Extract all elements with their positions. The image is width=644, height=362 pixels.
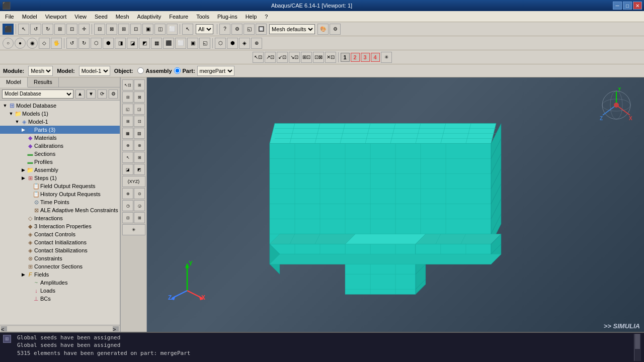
tree-item-models[interactable]: ▼ 📁 Models (1) [0, 110, 120, 118]
vtool-btn16[interactable]: ⊕ [122, 188, 133, 199]
tree-item-profiles[interactable]: ▬ Profiles [0, 158, 120, 166]
vtool-btn5[interactable]: ⊞ [122, 116, 133, 127]
toolbar2-circ3[interactable]: ◉ [27, 38, 38, 49]
tree-item-interactions[interactable]: ◇ Interactions [0, 214, 120, 222]
tree-item-fields[interactable]: ▶ F Fields [0, 270, 120, 279]
toolbar2-btn6[interactable]: ▦ [151, 38, 162, 49]
vtool-btn17[interactable]: ⊙ [134, 188, 145, 199]
toolbar2-btn14[interactable]: ⊕ [251, 38, 262, 49]
vtool-btn1[interactable]: ⊟ [122, 92, 133, 103]
toolbar-redo[interactable]: ↻ [42, 24, 53, 35]
num-btn-1[interactable]: 1 [341, 53, 350, 62]
viewport[interactable]: Y Z X [147, 77, 644, 332]
menu-file[interactable]: File [1, 11, 18, 22]
vtool-btn14[interactable]: ◩ [134, 164, 145, 175]
menu-seed[interactable]: Seed [91, 11, 112, 22]
console-scroll-thumb[interactable] [635, 334, 640, 349]
model-database-select[interactable]: Model Database [2, 89, 73, 99]
vtool-btn15[interactable]: (XYZ) [122, 176, 145, 187]
model-select[interactable]: Model-1 [79, 66, 110, 76]
vtool-btn6[interactable]: ⊡ [134, 116, 145, 127]
tab-model[interactable]: Model [0, 77, 28, 87]
module-select[interactable]: Mesh [28, 66, 53, 76]
tree-item-parts[interactable]: ▶ ⊡ Parts (3) [0, 126, 120, 134]
menu-tools[interactable]: Tools [192, 11, 213, 22]
vtool-select2[interactable]: ⊞ [134, 79, 145, 90]
menu-viewport[interactable]: Viewport [41, 11, 71, 22]
toolbar-color[interactable]: 🎨 [317, 24, 329, 35]
toolbar-zoom-fit[interactable]: ⊞ [54, 24, 65, 35]
menu-adaptivity[interactable]: Adaptivity [133, 11, 166, 22]
viewport-select[interactable]: All [196, 24, 213, 34]
tree-item-connector-sections[interactable]: ⊞ Connector Sections [0, 262, 120, 270]
vtool-btn13[interactable]: ◪ [122, 164, 133, 175]
tree-item-materials[interactable]: ◆ Materials [0, 134, 120, 142]
toolbar-view2[interactable]: ⊠ [106, 24, 117, 35]
menu-mesh[interactable]: Mesh [112, 11, 133, 22]
menu-feature[interactable]: Feature [165, 11, 192, 22]
toolbar-view3[interactable]: ⊞ [118, 24, 129, 35]
toolbar3-del[interactable]: ✕⊡ [325, 52, 336, 63]
toolbar2-btn13[interactable]: ◈ [239, 38, 250, 49]
toolbar-view5[interactable]: ▣ [142, 24, 153, 35]
toolbar-undo[interactable]: ↺ [30, 24, 41, 35]
tree-item-contact-init[interactable]: ◈ Contact Initializations [0, 238, 120, 246]
vtool-btn19[interactable]: ◶ [134, 200, 145, 211]
toolbar2-redo2[interactable]: ↻ [78, 38, 90, 49]
tree-btn-down[interactable]: ▼ [87, 89, 96, 99]
vtool-btn18[interactable]: ◷ [122, 200, 133, 211]
tree-item-sections[interactable]: ▬ Sections [0, 150, 120, 158]
console-scrollbar[interactable] [634, 334, 641, 361]
num-btn-3[interactable]: 3 [361, 53, 370, 62]
vtool-select1[interactable]: ↖⊡ [122, 79, 133, 90]
scroll-track[interactable] [7, 326, 113, 331]
part-select[interactable]: mergePart [197, 66, 234, 76]
vtool-btn4[interactable]: ◲ [134, 104, 145, 115]
toolbar2-btn12[interactable]: ⬢ [227, 38, 238, 49]
horizontal-scrollbar[interactable]: < > [0, 325, 120, 332]
vtool-btn8[interactable]: ▧ [134, 128, 145, 139]
tree-item-field-output[interactable]: 📋 Field Output Requests [0, 182, 120, 190]
tree-item-ale[interactable]: ⊠ ALE Adaptive Mesh Constraints [0, 206, 120, 214]
close-button[interactable]: ✕ [633, 2, 642, 10]
toolbar2-undo2[interactable]: ↺ [66, 38, 77, 49]
radio-assembly[interactable] [137, 67, 144, 74]
toolbar2-btn4[interactable]: ◪ [127, 38, 138, 49]
vtool-btn20[interactable]: ⊡ [122, 212, 133, 223]
toolbar-view7[interactable]: ⬜ [167, 24, 178, 35]
vtool-btn9[interactable]: ⊕ [122, 140, 133, 151]
toolbar2-diamond[interactable]: ◇ [39, 38, 50, 49]
tree-item-history-output[interactable]: 📋 History Output Requests [0, 190, 120, 198]
tree-item-contact-controls[interactable]: ◈ Contact Controls [0, 230, 120, 238]
toolbar3-seed3[interactable]: ↙⊡ [277, 52, 288, 63]
toolbar2-btn8[interactable]: ⬜ [175, 38, 186, 49]
toolbar-zoom-box[interactable]: ⊡ [66, 24, 77, 35]
vtool-btn22[interactable]: ✳ [122, 224, 145, 235]
toolbar3-seed5[interactable]: ⊞⊡ [301, 52, 312, 63]
tree-btn-settings[interactable]: ⚙ [109, 89, 118, 99]
toolbar-query[interactable]: ? [219, 24, 230, 35]
toolbar-extra[interactable]: ⚙ [330, 24, 341, 35]
menu-help[interactable]: Help [242, 11, 261, 22]
vtool-btn7[interactable]: ▦ [122, 128, 133, 139]
tree-item-amplitudes[interactable]: ~ Amplitudes [0, 279, 120, 287]
minimize-button[interactable]: ─ [613, 2, 622, 10]
toolbar3-seed2[interactable]: ↗⊡ [265, 52, 276, 63]
toolbar2-btn5[interactable]: ◩ [139, 38, 150, 49]
vtool-btn12[interactable]: ⊞ [134, 152, 145, 163]
scroll-left-btn[interactable]: < [1, 326, 7, 331]
toolbar-pan[interactable]: ✛ [78, 24, 90, 35]
tree-btn-up[interactable]: ▲ [75, 89, 85, 99]
tree-btn-refresh[interactable]: ⟳ [98, 89, 107, 99]
tree-item-model-database[interactable]: ▼ ⊞ Model Database [0, 102, 120, 110]
toolbar2-btn10[interactable]: ◱ [199, 38, 210, 49]
toolbar2-btn7[interactable]: ⬛ [163, 38, 174, 49]
toolbar2-circ1[interactable]: ○ [3, 38, 14, 49]
tree-item-interaction-props[interactable]: ◆ 3 Interaction Properties [0, 222, 120, 230]
tree-item-calibrations[interactable]: ◆ Calibrations [0, 142, 120, 150]
tree-item-assembly[interactable]: ▶ 📁 Assembly [0, 166, 120, 174]
toolbar-cursor[interactable]: ↖ [182, 24, 193, 35]
toolbar-mesh-icon[interactable]: ◱ [244, 24, 255, 35]
maximize-button[interactable]: □ [623, 2, 632, 10]
toolbar3-seed4[interactable]: ↘⊡ [289, 52, 300, 63]
